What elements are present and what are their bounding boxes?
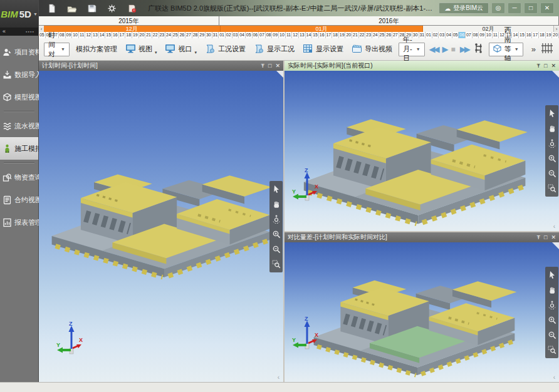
sidebar-collapse-strip[interactable]: « ▪▪▪▪ [0,28,38,36]
viewport-button[interactable]: 视口▾ [163,41,199,58]
zoom-window-tool-icon[interactable] [546,182,557,195]
timeline-day[interactable]: 26 [385,32,392,38]
timeline-day[interactable]: 09 [272,32,279,38]
view-direction-select[interactable]: 西南等轴测 ▼ [489,43,523,56]
select-tool-icon[interactable] [546,107,557,120]
timeline-day[interactable]: 25 [379,32,386,38]
view-button[interactable]: 视图▾ [123,41,159,58]
sidebar-item-contract-view[interactable]: 合约视图 [0,188,38,211]
zoom-out-tool-icon[interactable] [546,167,557,180]
timeline-month[interactable]: 01月 [221,26,423,32]
zoom-window-tool-icon[interactable] [271,258,281,271]
new-file-icon[interactable] [45,3,58,14]
sidebar-item-project-info[interactable]: 项目资料 [0,41,38,63]
timeline-day[interactable]: 20 [552,32,559,38]
timeline-day[interactable]: 18 [539,32,546,38]
close-button[interactable]: ✕ [540,3,554,14]
timeline-day[interactable]: 11 [286,32,293,38]
timeline-day[interactable]: 05 [246,32,253,38]
timeline-day[interactable]: 10 [486,32,493,38]
simulation-nodes-icon[interactable] [473,43,484,56]
timeline-day[interactable]: 14 [99,32,106,38]
timeline-day[interactable]: 20 [139,32,146,38]
app-logo[interactable]: BIM 5D ▼ [0,0,38,28]
timeline-day[interactable]: 22 [152,32,159,38]
timeline-day[interactable]: 21 [352,32,359,38]
timeline-day[interactable]: 11 [79,32,86,38]
viewport-canvas-compare[interactable]: Z Y X ‹ [285,242,559,382]
timeline-day[interactable]: 17 [326,32,333,38]
toolbar-overflow-button[interactable]: » [531,44,536,54]
timeline-day[interactable]: 17 [532,32,539,38]
viewport-header[interactable]: 计划时间-[计划时间] Ŧ □ ✕ [39,61,283,71]
sidebar-item-model-view[interactable]: 模型视图 [0,86,38,108]
timeline-day[interactable]: 21 [145,32,152,38]
timeline-day[interactable]: 17 [119,32,126,38]
timeline-day[interactable]: 13 [92,32,99,38]
zoom-window-tool-icon[interactable] [546,344,557,356]
pan-tool-icon[interactable] [546,284,557,296]
timeline-day[interactable]: 27 [185,32,192,38]
display-setting-button[interactable]: 显示设置 [301,41,345,58]
close-icon[interactable]: ✕ [551,63,556,69]
zoom-in-tool-icon[interactable] [271,228,281,240]
orbit-tool-icon[interactable] [546,137,557,150]
maximize-button[interactable]: □ [524,3,538,14]
collapse-chevron-icon[interactable]: ‹ [553,374,555,381]
panel-grid-icon[interactable] [540,41,554,57]
timeline-day[interactable]: 07 [466,32,473,38]
timeline-day[interactable]: 09 [66,32,73,38]
timeline-day[interactable]: 02 [432,32,439,38]
viewport-header[interactable]: 实际时间-[实际时间](当前视口) Ŧ □ ✕ [285,61,559,71]
timeline-day[interactable]: 10 [279,32,286,38]
fast-forward-icon[interactable]: ▶▶ [460,44,469,54]
timeline-day[interactable]: 16 [526,32,533,38]
sim-scheme-mgmt-button[interactable]: 模拟方案管理 [74,41,119,58]
timeline-day[interactable]: 05 [39,32,46,38]
timeline-day[interactable]: 20 [345,32,352,38]
timeline-day[interactable]: 24 [372,32,379,38]
timeline-day[interactable]: 03 [439,32,446,38]
pin-icon[interactable]: Ŧ [537,234,541,240]
timeline-day[interactable]: 26 [179,32,185,38]
timeline-day[interactable]: 07 [259,32,266,38]
timeline-day-selected[interactable]: 06 [459,32,466,38]
timeline-day[interactable]: 22 [359,32,366,38]
select-tool-icon[interactable] [271,183,281,195]
zoom-out-tool-icon[interactable] [271,243,281,255]
timeline-day[interactable]: 04 [239,32,246,38]
zoom-in-tool-icon[interactable] [546,314,557,326]
timeline-day[interactable]: 01 [426,32,432,38]
timeline-day[interactable]: 02 [226,32,232,38]
timeline-scroll-right[interactable]: › [554,26,559,33]
rewind-icon[interactable]: ◀◀ [429,44,438,54]
timeline-day[interactable]: 04 [446,32,452,38]
viewport-canvas-actual[interactable]: Z Y X ‹ [285,71,559,231]
timeline-day[interactable]: 24 [165,32,172,38]
timeline-day[interactable]: 25 [172,32,179,38]
timeline-day[interactable]: 08 [266,32,273,38]
timeline-day[interactable]: 30 [412,32,419,38]
recent-alert-icon[interactable] [125,3,138,14]
timeline-day[interactable]: 10 [72,32,79,38]
stop-icon[interactable]: ■ [451,45,456,54]
viewport-header[interactable]: 对比量差-[计划时间和实际时间对比] Ŧ □ ✕ [285,232,559,242]
timeline-day[interactable]: 12 [292,32,299,38]
maximize-icon[interactable]: □ [268,63,271,69]
zoom-in-tool-icon[interactable] [546,152,557,165]
sidebar-item-flow-view[interactable]: 流水视图 [0,115,38,137]
close-icon[interactable]: ✕ [551,234,556,240]
date-format-select[interactable]: 年-月-日 ▼ [399,43,425,56]
timeline-day[interactable]: 14 [512,32,519,38]
select-tool-icon[interactable] [546,269,557,281]
play-icon[interactable]: ▶ [442,44,447,54]
sidebar-item-data-import[interactable]: 数据导入 [0,63,38,86]
timeline-day[interactable]: 27 [392,32,399,38]
sidebar-item-report-mgmt[interactable]: 报表管理 [0,211,38,234]
bim-3d-model[interactable] [44,136,276,289]
timeline-day[interactable]: 12 [85,32,92,38]
maximize-icon[interactable]: □ [544,63,547,69]
sidebar-item-construction-sim[interactable]: 施工模拟 [0,137,38,160]
timeline-day[interactable]: 15 [312,32,319,38]
orbit-tool-icon[interactable] [271,213,281,225]
